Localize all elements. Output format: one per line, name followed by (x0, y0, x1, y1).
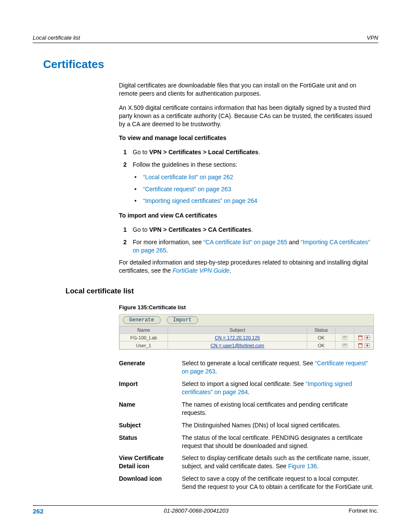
table-row: User_1 CN = user1@fortinet.com OK (120, 342, 374, 349)
cell-subject: CN = 172.20.120.125 (168, 334, 307, 342)
step-text-mid: and (287, 239, 301, 246)
running-header-right: VPN (367, 34, 378, 41)
cert-toolbar: Generate Import (119, 314, 374, 326)
def-body: The names of existing local certificates… (182, 401, 374, 417)
view-detail-icon[interactable] (342, 335, 348, 340)
running-header-left: Local certificate list (33, 34, 80, 41)
svg-rect-7 (343, 345, 346, 345)
def-term: View Certificate Detail icon (119, 454, 182, 470)
doc-id: 01-28007-0068-20041203 (164, 507, 228, 515)
bullet-item: “Certificate request” on page 263 (119, 185, 374, 194)
step-text-pre: For more information, see (133, 239, 203, 246)
step-number: 2 (114, 238, 127, 246)
col-name-header: Name (120, 327, 168, 334)
detail-pre: For detailed information and step-by-ste… (119, 259, 368, 274)
step-text-post: . (251, 226, 253, 233)
procedure-heading-1: To view and manage local certificates (119, 134, 374, 142)
bullet-list: “Local certificate list” on page 262 “Ce… (119, 173, 374, 205)
svg-rect-1 (343, 337, 346, 338)
cell-action-del-dl (355, 342, 374, 349)
proc2-step-1: 1 Go to VPN > Certificates > CA Certific… (119, 226, 374, 234)
delete-icon[interactable] (358, 343, 363, 348)
def-body: Select to import a signed local certific… (182, 380, 374, 396)
proc1-step-2: 2 Follow the guidelines in these section… (119, 161, 374, 169)
def-download-icon: Download icon Select to save a copy of t… (119, 475, 374, 491)
def-status: Status The status of the local certifica… (119, 434, 374, 450)
cell-name: User_1 (120, 342, 168, 349)
svg-rect-8 (343, 345, 346, 346)
step-text-post: . (258, 149, 260, 156)
cell-action-view (336, 342, 355, 349)
def-term: Download icon (119, 475, 182, 491)
def-term: Generate (119, 359, 182, 376)
def-term: Status (119, 434, 182, 450)
step-number: 1 (114, 148, 127, 156)
import-button[interactable]: Import (167, 316, 198, 324)
cell-subject: CN = user1@fortinet.com (168, 342, 307, 349)
cert-table: Name Subject Status FG-100_Lab CN = 172.… (119, 326, 374, 349)
certificate-list-screenshot: Generate Import Name Subject Status FG-1… (119, 314, 374, 350)
section-heading: Local certificate list (65, 287, 378, 296)
def-name: Name The names of existing local certifi… (119, 401, 374, 417)
cell-action-del-dl (355, 334, 374, 342)
download-icon[interactable] (364, 343, 370, 348)
proc1-step-1: 1 Go to VPN > Certificates > Local Certi… (119, 148, 374, 156)
def-generate: Generate Select to generate a local cert… (119, 359, 374, 376)
svg-rect-2 (343, 338, 346, 338)
delete-icon[interactable] (358, 335, 363, 340)
svg-rect-10 (358, 343, 362, 344)
step-text: Follow the guidelines in these sections: (133, 161, 237, 168)
intro-para-1: Digital certificates are downloadable fi… (119, 81, 374, 98)
cell-status: OK (307, 342, 336, 349)
page-title: Certificates (43, 58, 378, 71)
view-detail-icon[interactable] (342, 343, 348, 348)
detail-para: For detailed information and step-by-ste… (119, 258, 374, 275)
step-text-pre: Go to (133, 149, 149, 156)
svg-rect-9 (358, 344, 362, 348)
download-icon[interactable] (364, 335, 370, 340)
subject-link[interactable]: CN = user1@fortinet.com (211, 343, 265, 348)
cell-action-view (336, 334, 355, 342)
def-body: The Distinguished Names (DNs) of local s… (182, 421, 374, 429)
svg-rect-4 (358, 336, 362, 336)
xref-link[interactable]: “Importing signed certificates” on page … (143, 197, 257, 204)
intro-para-2: An X.509 digital certificate contains in… (119, 104, 374, 128)
proc2-step-2: 2 For more information, see “CA certific… (119, 238, 374, 255)
subject-link[interactable]: CN = 172.20.120.125 (215, 335, 260, 340)
company-name: Fortinet Inc. (349, 507, 378, 515)
step-text-bold: VPN > Certificates > CA Certificates (149, 226, 251, 233)
svg-rect-3 (358, 336, 362, 340)
cell-status: OK (307, 334, 336, 342)
detail-post: . (230, 267, 231, 274)
def-term: Name (119, 401, 182, 417)
col-blank-header (355, 327, 374, 334)
xref-link[interactable]: “Certificate request” on page 263 (143, 186, 231, 193)
step-number: 1 (114, 226, 127, 234)
cell-name: FG-100_Lab (120, 334, 168, 342)
figure-caption: Figure 135:Certificate list (119, 304, 374, 311)
step-number: 2 (114, 161, 127, 169)
def-import: Import Select to import a signed local c… (119, 380, 374, 396)
def-body: The status of the local certificate. PEN… (182, 434, 374, 450)
procedure-heading-2: To import and view CA certificates (119, 212, 374, 220)
def-body: Select to display certificate details su… (182, 454, 374, 470)
col-blank-header (336, 327, 355, 334)
def-body: Select to save a copy of the certificate… (182, 475, 374, 491)
xref-link[interactable]: “CA certificate list” on page 265 (203, 239, 287, 246)
bullet-item: “Local certificate list” on page 262 (119, 173, 374, 182)
page-footer: 262 01-28007-0068-20041203 Fortinet Inc. (33, 505, 378, 515)
def-body: Select to generate a local certificate r… (182, 359, 374, 376)
def-view-icon: View Certificate Detail icon Select to d… (119, 454, 374, 470)
step-text-post: . (166, 247, 168, 254)
def-subject: Subject The Distinguished Names (DNs) of… (119, 421, 374, 429)
generate-button[interactable]: Generate (123, 316, 161, 324)
xref-link[interactable]: “Local certificate list” on page 262 (143, 174, 233, 180)
xref-link[interactable]: Figure 136 (288, 463, 317, 470)
step-text-bold: VPN > Certificates > Local Certificates (149, 149, 258, 156)
running-header: Local certificate list VPN (33, 34, 378, 43)
table-row: FG-100_Lab CN = 172.20.120.125 OK (120, 334, 374, 342)
step-text-pre: Go to (133, 226, 149, 233)
def-term: Subject (119, 421, 182, 429)
def-term: Import (119, 380, 182, 396)
guide-link[interactable]: FortiGate VPN Guide (173, 267, 230, 274)
